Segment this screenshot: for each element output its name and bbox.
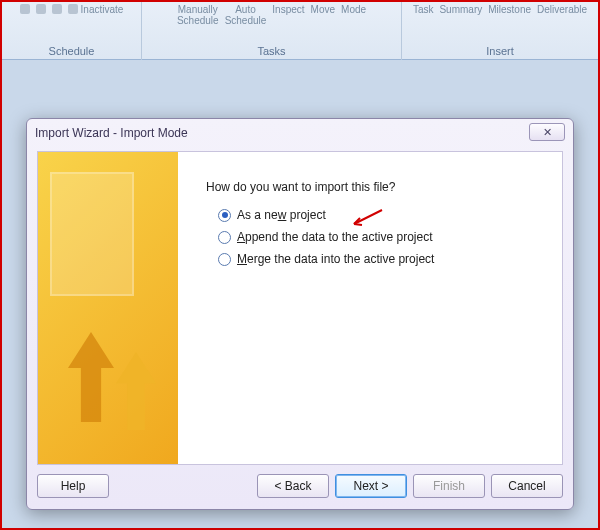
auto-schedule-button[interactable]: AutoSchedule (225, 4, 267, 26)
option-label: As a new project (237, 208, 326, 222)
ribbon-group-label: Insert (402, 45, 598, 57)
help-button[interactable]: Help (37, 474, 109, 498)
next-button[interactable]: Next > (335, 474, 407, 498)
mode-button[interactable]: Mode (341, 4, 366, 15)
dialog-body: How do you want to import this file? As … (37, 151, 563, 465)
option-label: Append the data to the active project (237, 230, 432, 244)
ribbon-icons (36, 4, 46, 15)
import-question: How do you want to import this file? (206, 180, 542, 194)
close-icon: ✕ (543, 126, 552, 139)
button-label: Finish (433, 479, 465, 493)
back-button[interactable]: < Back (257, 474, 329, 498)
inactivate-icon (68, 4, 78, 14)
button-label: Help (61, 479, 86, 493)
close-button[interactable]: ✕ (529, 123, 565, 141)
dialog-button-row: Help < Back Next > Finish Cancel (37, 471, 563, 501)
option-label: Merge the data into the active project (237, 252, 434, 266)
cancel-button[interactable]: Cancel (491, 474, 563, 498)
radio-icon (218, 253, 231, 266)
option-merge[interactable]: Merge the data into the active project (218, 252, 542, 266)
deliverable-button[interactable]: Deliverable (537, 4, 587, 15)
manually-schedule-button[interactable]: ManuallySchedule (177, 4, 219, 26)
button-label: < Back (274, 479, 311, 493)
inactivate-label: Inactivate (81, 4, 124, 15)
radio-icon (218, 209, 231, 222)
ribbon-group-label: Schedule (2, 45, 141, 57)
button-label: Next > (353, 479, 388, 493)
option-new-project[interactable]: As a new project (218, 208, 542, 222)
button-label: Cancel (508, 479, 545, 493)
summary-button[interactable]: Summary (439, 4, 482, 15)
inactivate-button[interactable]: Inactivate (68, 4, 124, 15)
move-button[interactable]: Move (311, 4, 335, 15)
inspect-button[interactable]: Inspect (272, 4, 304, 15)
ribbon-group-insert: Task Summary Milestone Deliverable Inser… (402, 2, 598, 60)
option-append[interactable]: Append the data to the active project (218, 230, 542, 244)
wizard-graphic (38, 152, 178, 464)
ribbon-group-tasks: ManuallySchedule AutoSchedule Inspect Mo… (142, 2, 402, 60)
radio-icon (218, 231, 231, 244)
ribbon-icons (20, 4, 30, 15)
dialog-titlebar: Import Wizard - Import Mode ✕ (27, 119, 573, 147)
dialog-content: How do you want to import this file? As … (178, 152, 562, 464)
ribbon: Inactivate Schedule ManuallySchedule Aut… (2, 2, 598, 60)
ribbon-group-schedule: Inactivate Schedule (2, 2, 142, 60)
ribbon-icons (52, 4, 62, 15)
import-wizard-dialog: Import Wizard - Import Mode ✕ How do you… (26, 118, 574, 510)
task-button[interactable]: Task (413, 4, 434, 15)
ribbon-group-label: Tasks (142, 45, 401, 57)
milestone-button[interactable]: Milestone (488, 4, 531, 15)
dialog-title: Import Wizard - Import Mode (35, 126, 188, 140)
finish-button: Finish (413, 474, 485, 498)
